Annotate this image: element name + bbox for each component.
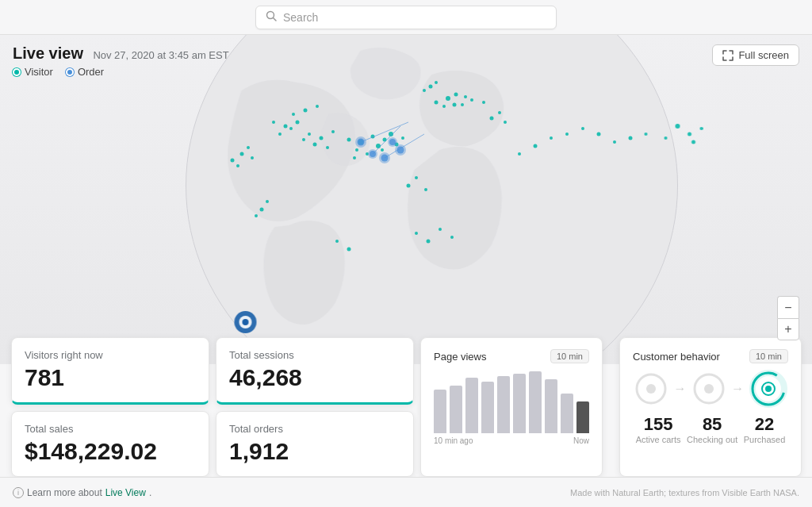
svg-point-82 [396, 147, 404, 154]
svg-point-43 [255, 214, 258, 217]
svg-point-16 [308, 133, 311, 136]
globe-area [0, 35, 812, 364]
svg-point-56 [613, 140, 616, 144]
svg-point-67 [450, 236, 454, 239]
active-carts-circle [634, 371, 668, 406]
search-placeholder: Search [283, 11, 318, 24]
visitor-dot [13, 68, 21, 76]
svg-point-72 [278, 133, 282, 136]
svg-point-52 [550, 136, 553, 140]
svg-point-63 [691, 140, 695, 144]
bar-8 [561, 394, 573, 433]
svg-point-36 [434, 101, 438, 105]
svg-point-20 [302, 138, 305, 141]
svg-point-34 [461, 103, 464, 106]
fullscreen-icon [722, 50, 733, 61]
svg-point-71 [283, 125, 287, 129]
svg-point-31 [464, 95, 467, 98]
svg-point-58 [645, 133, 648, 136]
orders-value: 1,912 [229, 438, 400, 465]
fullscreen-button[interactable]: Full screen [712, 44, 799, 66]
info-icon: i [13, 487, 24, 498]
pageviews-badge: 10 min [550, 349, 589, 363]
bstat-carts: 155 Active carts [636, 414, 681, 444]
sales-value: $148,229.02 [25, 438, 196, 465]
bstat-checkout-value: 85 [687, 414, 737, 435]
arrow-1: → [674, 382, 687, 396]
svg-point-68 [335, 240, 339, 243]
svg-point-47 [489, 117, 493, 121]
legend-order: Order [66, 66, 104, 78]
svg-point-19 [326, 146, 329, 149]
svg-point-26 [247, 146, 250, 149]
behavior-title: Customer behavior [633, 351, 720, 363]
svg-point-62 [700, 127, 703, 130]
footer-right: Made with Natural Earth; textures from V… [570, 488, 799, 497]
footer-left: i Learn more about Live View . [13, 487, 151, 498]
zoom-in-button[interactable]: + [777, 318, 799, 340]
bstat-carts-label: Active carts [636, 435, 681, 444]
svg-point-25 [236, 164, 239, 167]
svg-point-21 [292, 113, 295, 116]
svg-point-61 [665, 136, 668, 140]
svg-point-23 [316, 105, 319, 108]
svg-point-60 [688, 133, 691, 136]
zoom-controls: − + [777, 296, 799, 340]
svg-point-46 [424, 188, 427, 191]
svg-point-37 [482, 101, 485, 104]
circle-purchased [749, 370, 787, 408]
svg-point-55 [596, 133, 600, 136]
svg-point-90 [243, 319, 249, 325]
bstat-carts-value: 155 [636, 414, 681, 435]
circle-checking-out [691, 371, 726, 406]
orders-card: Total orders 1,912 [216, 411, 414, 477]
visitor-label: Visitor [25, 66, 53, 78]
bar-9 [576, 401, 589, 433]
bstat-checkout-label: Checking out [687, 435, 737, 444]
circle-active-carts [634, 371, 668, 406]
main-content: Live view Nov 27, 2020 at 3:45 am EST Vi… [0, 35, 812, 507]
globe-map [139, 35, 733, 364]
svg-point-48 [498, 111, 501, 114]
live-timestamp: Nov 27, 2020 at 3:45 am EST [93, 49, 228, 61]
bar-5 [513, 374, 526, 433]
svg-point-69 [347, 248, 350, 252]
svg-point-38 [428, 85, 432, 89]
svg-point-57 [628, 136, 632, 140]
svg-point-74 [295, 121, 299, 125]
bstat-purchased-label: Purchased [744, 435, 786, 444]
svg-point-30 [454, 93, 458, 97]
svg-point-42 [266, 200, 269, 203]
legend-visitor: Visitor [13, 66, 53, 78]
svg-point-64 [415, 232, 418, 235]
bar-4 [497, 376, 510, 433]
svg-point-92 [646, 384, 656, 394]
svg-line-1 [274, 17, 277, 21]
chart-label-end: Now [573, 436, 589, 445]
zoom-out-button[interactable]: − [777, 296, 799, 318]
sessions-card: Total sessions 46,268 [216, 337, 414, 405]
svg-point-45 [415, 176, 418, 179]
svg-point-32 [452, 103, 456, 107]
footer-bar: i Learn more about Live View . Made with… [0, 477, 812, 507]
bar-2 [465, 378, 478, 433]
svg-point-49 [504, 121, 507, 124]
svg-point-18 [312, 143, 316, 147]
svg-point-8 [355, 148, 358, 152]
bstat-checkout: 85 Checking out [687, 414, 737, 444]
pageviews-chart [434, 370, 589, 433]
fullscreen-label: Full screen [738, 49, 789, 61]
live-header: Live view Nov 27, 2020 at 3:45 am EST Vi… [0, 35, 812, 84]
checking-out-circle [691, 371, 726, 406]
svg-point-98 [765, 386, 772, 392]
legend-row: Visitor Order [13, 66, 229, 78]
svg-point-29 [446, 96, 450, 101]
live-view-link[interactable]: Live View [105, 487, 146, 498]
svg-point-12 [381, 148, 384, 152]
svg-point-22 [303, 109, 307, 113]
search-box[interactable]: Search [255, 6, 557, 29]
svg-point-44 [406, 184, 410, 188]
bar-0 [434, 390, 446, 433]
behavior-stats: 155 Active carts 85 Checking out 22 Purc… [633, 414, 788, 444]
svg-point-28 [251, 156, 254, 159]
